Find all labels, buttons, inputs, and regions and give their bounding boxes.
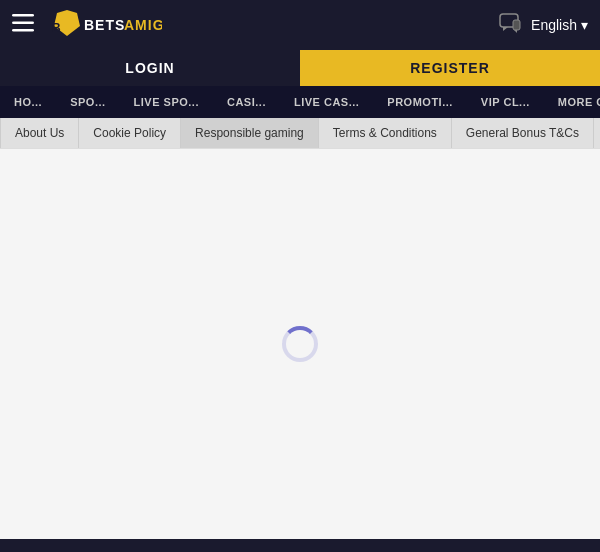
- sub-nav-cookie-policy[interactable]: Cookie Policy: [79, 118, 181, 148]
- nav-item-home[interactable]: HO...: [0, 86, 56, 118]
- logo[interactable]: B BETS AMIGO: [42, 8, 122, 43]
- svg-rect-1: [12, 21, 34, 24]
- sub-nav-faq[interactable]: FAQ: [594, 118, 600, 148]
- svg-rect-2: [12, 29, 34, 32]
- nav-item-promotions[interactable]: PROMOTI...: [373, 86, 467, 118]
- header-left: B BETS AMIGO: [12, 8, 122, 43]
- sub-nav-responsible-gaming[interactable]: Responsible gaming: [181, 118, 319, 148]
- chevron-down-icon: ▾: [581, 17, 588, 33]
- nav-item-sports[interactable]: SPO...: [56, 86, 119, 118]
- svg-text:BETS: BETS: [84, 17, 125, 33]
- language-selector[interactable]: English ▾: [531, 17, 588, 33]
- main-navigation: HO... SPO... LIVE SPO... CASI... LIVE CA…: [0, 86, 600, 118]
- login-button[interactable]: LOGIN: [0, 50, 300, 86]
- nav-item-more-casinos[interactable]: MORE CASINOS: [544, 86, 600, 118]
- content-area: [0, 149, 600, 539]
- nav-item-live-sports[interactable]: LIVE SPO...: [120, 86, 213, 118]
- chat-icon[interactable]: [499, 13, 521, 38]
- nav-item-vip[interactable]: VIP CL...: [467, 86, 544, 118]
- nav-item-live-casino[interactable]: LIVE CAS...: [280, 86, 373, 118]
- sub-nav-about-us[interactable]: About Us: [0, 118, 79, 148]
- nav-item-casino[interactable]: CASI...: [213, 86, 280, 118]
- svg-rect-0: [12, 14, 34, 17]
- header: B BETS AMIGO English ▾: [0, 0, 600, 50]
- sub-nav-general-bonus[interactable]: General Bonus T&Cs: [452, 118, 594, 148]
- language-label: English: [531, 17, 577, 33]
- sub-nav-terms-conditions[interactable]: Terms & Conditions: [319, 118, 452, 148]
- loading-spinner: [282, 326, 318, 362]
- header-right: English ▾: [499, 13, 588, 38]
- svg-text:B: B: [52, 21, 61, 35]
- register-button[interactable]: REGISTER: [300, 50, 600, 86]
- svg-text:AMIGO: AMIGO: [124, 17, 162, 33]
- svg-rect-8: [513, 20, 520, 30]
- auth-bar: LOGIN REGISTER: [0, 50, 600, 86]
- sub-navigation: About Us Cookie Policy Responsible gamin…: [0, 118, 600, 149]
- hamburger-icon[interactable]: [12, 14, 34, 37]
